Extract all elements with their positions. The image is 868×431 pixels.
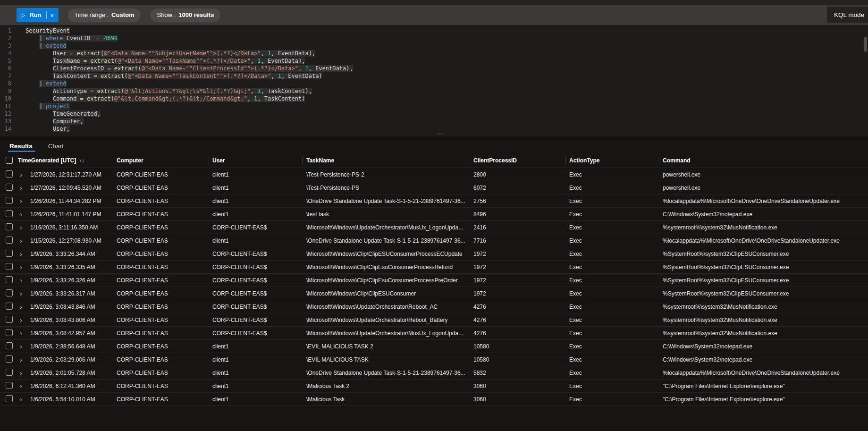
cell-user: CORP-CLIENT-EAS$ bbox=[212, 304, 267, 310]
table-row[interactable]: › 1/9/2026, 3:08:43.846 AM CORP-CLIENT-E… bbox=[0, 300, 868, 313]
cell-taskname: \Malicious Task 2 bbox=[306, 383, 349, 389]
table-row[interactable]: › 1/9/2026, 3:08:42.957 AM CORP-CLIENT-E… bbox=[0, 327, 868, 340]
row-checkbox[interactable] bbox=[6, 382, 13, 389]
cell-computer: CORP-CLIENT-EAS bbox=[117, 171, 168, 178]
cell-command: %localappdata%\Microsoft\OneDrive\OneDri… bbox=[663, 237, 840, 244]
cell-user: client1 bbox=[212, 343, 229, 350]
table-row[interactable]: › 1/9/2026, 3:33:26.335 AM CORP-CLIENT-E… bbox=[0, 261, 868, 274]
row-checkbox[interactable] bbox=[6, 197, 13, 204]
row-expand-chevron-icon[interactable]: › bbox=[20, 212, 22, 217]
table-row[interactable]: › 1/9/2026, 3:33:26.326 AM CORP-CLIENT-E… bbox=[0, 274, 868, 287]
column-header-clientprocessid[interactable]: ClientProcessID bbox=[473, 157, 517, 164]
table-row[interactable]: › 1/27/2026, 12:09:45.520 AM CORP-CLIENT… bbox=[0, 181, 868, 194]
column-header-command[interactable]: Command bbox=[663, 157, 691, 164]
row-expand-chevron-icon[interactable]: › bbox=[20, 304, 22, 309]
row-expand-chevron-icon[interactable]: › bbox=[20, 238, 22, 243]
line-number: 3 bbox=[0, 42, 19, 50]
pane-resize-ellipsis-icon[interactable]: … bbox=[437, 128, 444, 135]
row-expand-chevron-icon[interactable]: › bbox=[20, 278, 22, 283]
table-row[interactable]: › 1/9/2026, 2:03:29.006 AM CORP-CLIENT-E… bbox=[0, 353, 868, 366]
editor-scrollbar-thumb[interactable] bbox=[864, 37, 867, 52]
row-expand-chevron-icon[interactable]: › bbox=[20, 199, 22, 203]
cell-computer: CORP-CLIENT-EAS bbox=[117, 396, 168, 403]
table-row[interactable]: › 1/9/2026, 3:08:43.806 AM CORP-CLIENT-E… bbox=[0, 313, 868, 327]
table-row[interactable]: › 1/6/2026, 6:12:41.360 AM CORP-CLIENT-E… bbox=[0, 380, 868, 393]
kql-query-editor[interactable]: 1SecurityEvent2 | where EventID == 46983… bbox=[0, 25, 868, 138]
cell-command: %systemroot%\system32\MusNotification.ex… bbox=[663, 330, 777, 337]
column-header-user[interactable]: User bbox=[212, 157, 225, 164]
row-expand-chevron-icon[interactable]: › bbox=[20, 357, 22, 362]
cell-taskname: \Microsoft\Windows\UpdateOrchestrator\Re… bbox=[306, 304, 438, 310]
run-button[interactable]: ▷ Run ∨ bbox=[17, 8, 59, 22]
table-row[interactable]: › 1/26/2026, 11:44:34.282 PM CORP-CLIENT… bbox=[0, 194, 868, 208]
results-grid-header: TimeGenerated [UTC] ↑↓ Computer User Tas… bbox=[0, 153, 868, 168]
row-expand-chevron-icon[interactable]: › bbox=[20, 265, 22, 270]
cell-actiontype: Exec bbox=[569, 224, 582, 231]
column-header-computer[interactable]: Computer bbox=[117, 157, 143, 164]
row-checkbox[interactable] bbox=[6, 223, 13, 230]
table-row[interactable]: › 1/15/2026, 12:27:08.930 AM CORP-CLIENT… bbox=[0, 234, 868, 247]
row-expand-chevron-icon[interactable]: › bbox=[20, 225, 22, 230]
row-checkbox[interactable] bbox=[6, 184, 13, 191]
table-row[interactable]: › 1/16/2026, 3:11:16.350 AM CORP-CLIENT-… bbox=[0, 221, 868, 234]
row-expand-chevron-icon[interactable]: › bbox=[20, 186, 22, 190]
cell-timegenerated: 1/26/2026, 11:44:34.282 PM bbox=[30, 198, 101, 204]
table-row[interactable]: › 1/9/2026, 3:33:26.344 AM CORP-CLIENT-E… bbox=[0, 247, 868, 261]
row-expand-chevron-icon[interactable]: › bbox=[20, 397, 22, 402]
column-divider bbox=[302, 157, 303, 164]
row-checkbox[interactable] bbox=[6, 329, 13, 336]
table-row[interactable]: › 1/9/2026, 3:33:26.317 AM CORP-CLIENT-E… bbox=[0, 287, 868, 300]
column-header-actiontype[interactable]: ActionType bbox=[569, 157, 599, 164]
kql-mode-toggle[interactable]: KQL mode bbox=[827, 7, 868, 23]
tab-results[interactable]: Results bbox=[9, 143, 33, 150]
row-expand-chevron-icon[interactable]: › bbox=[20, 344, 22, 349]
run-dropdown-chevron-icon[interactable]: ∨ bbox=[51, 13, 54, 17]
row-expand-chevron-icon[interactable]: › bbox=[20, 252, 22, 256]
line-number: 9 bbox=[0, 87, 19, 95]
row-checkbox[interactable] bbox=[6, 289, 13, 296]
sort-icons[interactable]: ↑↓ bbox=[79, 157, 84, 164]
cell-command: %systemroot%\system32\MusNotification.ex… bbox=[663, 304, 777, 310]
column-header-taskname[interactable]: TaskName bbox=[306, 157, 334, 164]
row-checkbox[interactable] bbox=[6, 250, 13, 257]
code-line: 5 TaskName = extract(@"<Data Name=""Task… bbox=[0, 57, 868, 65]
results-grid-body: › 1/27/2026, 12:31:17.270 AM CORP-CLIENT… bbox=[0, 168, 868, 406]
row-checkbox[interactable] bbox=[6, 276, 13, 283]
row-expand-chevron-icon[interactable]: › bbox=[20, 172, 22, 177]
column-header-timegenerated[interactable]: TimeGenerated [UTC] bbox=[18, 157, 76, 164]
cell-actiontype: Exec bbox=[569, 290, 582, 297]
table-row[interactable]: › 1/6/2026, 5:54:10.010 AM CORP-CLIENT-E… bbox=[0, 393, 868, 406]
row-expand-chevron-icon[interactable]: › bbox=[20, 371, 22, 375]
show-results-picker[interactable]: Show : 1000 results bbox=[150, 8, 220, 22]
cell-timegenerated: 1/9/2026, 2:38:56.648 AM bbox=[30, 343, 95, 350]
table-row[interactable]: › 1/26/2026, 11:41:01.147 PM CORP-CLIENT… bbox=[0, 208, 868, 221]
code-line: 1SecurityEvent bbox=[0, 27, 868, 34]
cell-user: client1 bbox=[212, 396, 229, 403]
row-expand-chevron-icon[interactable]: › bbox=[20, 384, 22, 389]
table-row[interactable]: › 1/27/2026, 12:31:17.270 AM CORP-CLIENT… bbox=[0, 168, 868, 181]
tab-chart[interactable]: Chart bbox=[48, 143, 64, 150]
row-checkbox[interactable] bbox=[6, 170, 13, 177]
row-checkbox[interactable] bbox=[6, 263, 13, 270]
code-line: 6 ClientProcessID = extract(@"<Data Name… bbox=[0, 65, 868, 72]
table-row[interactable]: › 1/9/2026, 2:01:05.728 AM CORP-CLIENT-E… bbox=[0, 366, 868, 380]
row-checkbox[interactable] bbox=[6, 395, 13, 402]
select-all-checkbox[interactable] bbox=[6, 157, 13, 164]
row-checkbox[interactable] bbox=[6, 369, 13, 376]
row-checkbox[interactable] bbox=[6, 316, 13, 323]
table-row[interactable]: › 1/9/2026, 2:38:56.648 AM CORP-CLIENT-E… bbox=[0, 340, 868, 353]
row-checkbox[interactable] bbox=[6, 355, 13, 363]
row-checkbox[interactable] bbox=[6, 210, 13, 217]
row-expand-chevron-icon[interactable]: › bbox=[20, 318, 22, 322]
row-checkbox[interactable] bbox=[6, 303, 13, 310]
pane-splitter[interactable] bbox=[0, 136, 868, 140]
run-play-icon: ▷ bbox=[21, 12, 25, 18]
show-results-value: 1000 results bbox=[178, 11, 214, 18]
cell-taskname: \test task bbox=[306, 211, 329, 218]
row-expand-chevron-icon[interactable]: › bbox=[20, 291, 22, 296]
column-divider bbox=[470, 157, 470, 164]
row-checkbox[interactable] bbox=[6, 342, 13, 349]
row-checkbox[interactable] bbox=[6, 237, 13, 244]
time-range-picker[interactable]: Time range : Custom bbox=[68, 8, 141, 22]
row-expand-chevron-icon[interactable]: › bbox=[20, 331, 22, 336]
